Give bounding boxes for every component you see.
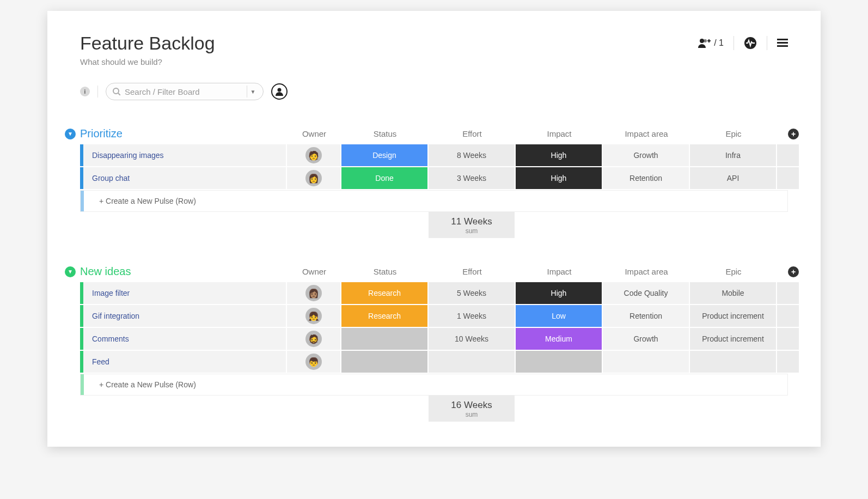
impact-cell[interactable]: Medium bbox=[516, 328, 603, 350]
table-row[interactable]: Group chat👩Done3 WeeksHighRetentionAPI bbox=[80, 167, 788, 189]
impact-area-cell[interactable] bbox=[603, 351, 690, 373]
impact-area-cell[interactable]: Growth bbox=[603, 328, 690, 350]
epic-cell[interactable]: Product increment bbox=[690, 328, 777, 350]
collapse-toggle[interactable]: ▼ bbox=[65, 129, 76, 139]
group-title[interactable]: Prioritize bbox=[80, 127, 123, 140]
epic-cell[interactable] bbox=[690, 351, 777, 373]
svg-rect-5 bbox=[777, 45, 788, 47]
menu-button[interactable] bbox=[777, 39, 788, 47]
effort-cell[interactable] bbox=[429, 351, 516, 373]
column-header-impact[interactable]: Impact bbox=[516, 267, 603, 276]
row-name[interactable]: Image filter bbox=[83, 282, 287, 304]
epic-cell[interactable]: Mobile bbox=[690, 282, 777, 304]
effort-cell[interactable]: 8 Weeks bbox=[429, 144, 516, 166]
epic-cell[interactable]: Product increment bbox=[690, 305, 777, 327]
impact-area-cell[interactable]: Retention bbox=[603, 167, 690, 189]
activity-button[interactable] bbox=[744, 36, 757, 50]
column-header-status[interactable]: Status bbox=[341, 129, 429, 138]
column-header-status[interactable]: Status bbox=[341, 267, 429, 276]
page-title: Feature Backlog bbox=[80, 33, 215, 54]
column-header-owner[interactable]: Owner bbox=[287, 129, 341, 138]
impact-cell[interactable]: High bbox=[516, 167, 603, 189]
table-row[interactable]: Feed👦 bbox=[80, 351, 788, 373]
impact-area-cell[interactable]: Retention bbox=[603, 305, 690, 327]
status-cell[interactable] bbox=[341, 351, 429, 373]
epic-cell[interactable]: API bbox=[690, 167, 777, 189]
table-row[interactable]: Comments🧔10 WeeksMediumGrowthProduct inc… bbox=[80, 328, 788, 350]
column-header-epic[interactable]: Epic bbox=[690, 267, 777, 276]
search-icon bbox=[113, 88, 120, 95]
column-header-epic[interactable]: Epic bbox=[690, 129, 777, 138]
column-header-effort[interactable]: Effort bbox=[429, 267, 516, 276]
impact-cell[interactable]: High bbox=[516, 144, 603, 166]
add-column-button[interactable]: + bbox=[788, 129, 799, 139]
search-dropdown-toggle[interactable]: ▼ bbox=[247, 86, 259, 98]
effort-cell[interactable]: 10 Weeks bbox=[429, 328, 516, 350]
group-header: ▼PrioritizeOwnerStatusEffortImpactImpact… bbox=[80, 127, 788, 144]
group-title-wrap: ▼New ideas bbox=[65, 265, 287, 278]
impact-cell[interactable]: Low bbox=[516, 305, 603, 327]
impact-area-cell[interactable]: Growth bbox=[603, 144, 690, 166]
row-name[interactable]: Comments bbox=[83, 328, 287, 350]
column-header-effort[interactable]: Effort bbox=[429, 129, 516, 138]
row-color-bar bbox=[81, 191, 84, 211]
table-row[interactable]: Image filter👩🏽Research5 WeeksHighCode Qu… bbox=[80, 282, 788, 304]
effort-cell[interactable]: 1 Weeks bbox=[429, 305, 516, 327]
svg-point-1 bbox=[704, 39, 707, 42]
owner-cell[interactable]: 👩🏽 bbox=[287, 282, 341, 304]
effort-sum-value: 11 Weeks bbox=[429, 216, 515, 227]
table-row[interactable]: Disappearing images🧑Design8 WeeksHighGro… bbox=[80, 144, 788, 166]
column-header-owner[interactable]: Owner bbox=[287, 267, 341, 276]
invite-icon bbox=[698, 38, 712, 48]
avatar: 🧔 bbox=[305, 331, 322, 347]
info-button[interactable]: i bbox=[80, 87, 90, 96]
search-input[interactable] bbox=[125, 87, 243, 96]
effort-sum-block: 11 Weekssum bbox=[429, 212, 516, 238]
group-title-wrap: ▼Prioritize bbox=[65, 127, 287, 140]
status-cell[interactable]: Research bbox=[341, 305, 429, 327]
impact-area-cell[interactable]: Code Quality bbox=[603, 282, 690, 304]
owner-cell[interactable]: 👩 bbox=[287, 167, 341, 189]
create-row-label: + Create a New Pulse (Row) bbox=[84, 374, 787, 395]
invite-members-button[interactable]: / 1 bbox=[698, 38, 724, 48]
column-header-impact_area[interactable]: Impact area bbox=[603, 267, 690, 276]
row-name[interactable]: Gif integration bbox=[83, 305, 287, 327]
board: Feature Backlog What should we build? / … bbox=[47, 11, 821, 447]
owner-cell[interactable]: 👦 bbox=[287, 351, 341, 373]
effort-sum-label: sum bbox=[429, 411, 515, 418]
effort-cell[interactable]: 3 Weeks bbox=[429, 167, 516, 189]
status-cell[interactable]: Done bbox=[341, 167, 429, 189]
row-tail bbox=[777, 167, 799, 189]
row-tail bbox=[777, 351, 799, 373]
invite-count: / 1 bbox=[714, 38, 724, 48]
table-row[interactable]: Gif integration👧Research1 WeeksLowRetent… bbox=[80, 305, 788, 327]
group-title[interactable]: New ideas bbox=[80, 265, 131, 278]
row-name[interactable]: Feed bbox=[83, 351, 287, 373]
owner-cell[interactable]: 🧔 bbox=[287, 328, 341, 350]
svg-point-8 bbox=[278, 88, 282, 92]
status-cell[interactable] bbox=[341, 328, 429, 350]
create-row-button[interactable]: + Create a New Pulse (Row) bbox=[80, 190, 788, 212]
status-cell[interactable]: Research bbox=[341, 282, 429, 304]
avatar: 👧 bbox=[305, 308, 322, 324]
svg-rect-4 bbox=[777, 42, 788, 44]
create-row-button[interactable]: + Create a New Pulse (Row) bbox=[80, 374, 788, 395]
column-header-impact_area[interactable]: Impact area bbox=[603, 129, 690, 138]
collapse-toggle[interactable]: ▼ bbox=[65, 266, 76, 277]
row-name[interactable]: Group chat bbox=[83, 167, 287, 189]
status-cell[interactable]: Design bbox=[341, 144, 429, 166]
toolbar: i ▼ bbox=[80, 83, 788, 100]
user-filter-button[interactable] bbox=[271, 83, 288, 100]
impact-cell[interactable] bbox=[516, 351, 603, 373]
group-header: ▼New ideasOwnerStatusEffortImpactImpact … bbox=[80, 265, 788, 282]
owner-cell[interactable]: 🧑 bbox=[287, 144, 341, 166]
owner-cell[interactable]: 👧 bbox=[287, 305, 341, 327]
row-name[interactable]: Disappearing images bbox=[83, 144, 287, 166]
add-column-button[interactable]: + bbox=[788, 266, 799, 277]
impact-cell[interactable]: High bbox=[516, 282, 603, 304]
effort-sum-value: 16 Weeks bbox=[429, 400, 515, 411]
epic-cell[interactable]: Infra bbox=[690, 144, 777, 166]
column-header-impact[interactable]: Impact bbox=[516, 129, 603, 138]
row-tail bbox=[777, 328, 799, 350]
effort-cell[interactable]: 5 Weeks bbox=[429, 282, 516, 304]
